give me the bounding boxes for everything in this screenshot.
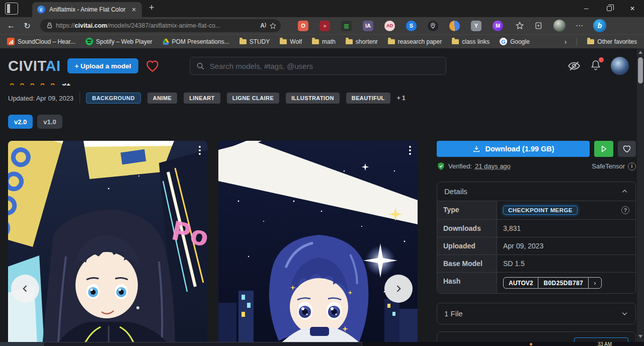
window-close-button[interactable]: ✕	[621, 0, 644, 17]
details-header[interactable]: Details	[437, 182, 635, 201]
extensions-row: O » ▥ IA AD S Y M	[298, 21, 503, 31]
heart-nav-icon[interactable]	[145, 59, 159, 72]
version-v1-button[interactable]: v1.0	[37, 115, 62, 129]
verified-label: Verified:	[448, 162, 472, 170]
user-avatar[interactable]	[611, 57, 629, 75]
files-panel[interactable]: 1 File	[437, 303, 636, 324]
favorite-model-button[interactable]	[618, 141, 636, 157]
adguard-extension-icon[interactable]: AD	[384, 21, 395, 31]
bookmark-spotify[interactable]: Spotify – Web Player	[86, 38, 152, 45]
bookmark-folder-study[interactable]: STUDY	[239, 38, 270, 45]
address-bar[interactable]: https://civitai.com/models/24387/aniflat…	[40, 19, 281, 32]
bookmark-folder-wolf[interactable]: Wolf	[280, 38, 302, 45]
tag-ligne-claire[interactable]: LIGNE CLAIRE	[227, 93, 279, 104]
checkpoint-merge-badge[interactable]: CHECKPOINT MERGE	[503, 206, 578, 215]
other-favorites[interactable]: Other favorites	[587, 38, 637, 45]
hide-content-eye-off-icon[interactable]	[568, 59, 581, 72]
window-restore-button[interactable]	[598, 0, 621, 17]
hash-value[interactable]: B0D25DB787	[538, 278, 588, 288]
google-icon: G	[500, 38, 507, 45]
bookmarks-overflow-chevron-icon[interactable]: ›	[565, 38, 567, 46]
hash-pill[interactable]: AUTOV2 B0D25DB787 ›	[503, 277, 602, 289]
bookmark-google[interactable]: GGoogle	[500, 38, 530, 45]
version-v2-button[interactable]: v2.0	[8, 115, 33, 129]
video-speed-extension-icon[interactable]: »	[319, 21, 330, 31]
tag-lineart[interactable]: LINEART	[184, 93, 220, 104]
scrollbar-up-arrow[interactable]	[638, 51, 642, 54]
tags-more[interactable]: + 1	[397, 95, 406, 102]
meta-divider	[79, 93, 80, 104]
bookmark-pom[interactable]: POM Presentations...	[163, 38, 229, 45]
favorites-star-icon[interactable]	[515, 21, 524, 30]
verified-time-link[interactable]: 21 days ago	[475, 162, 511, 170]
tag-illustration[interactable]: ILLUSTRATION	[286, 93, 340, 104]
run-model-button[interactable]	[594, 141, 613, 157]
restore-icon	[607, 6, 612, 11]
window-minimize-button[interactable]: ─	[575, 0, 598, 17]
tab-actions-icon[interactable]	[5, 3, 18, 15]
gallery-prev-arrow[interactable]	[11, 275, 39, 303]
back-button[interactable]: ←	[5, 21, 17, 30]
bing-sidebar-icon[interactable]: b	[593, 19, 606, 32]
taskbar-left-segment	[0, 342, 43, 346]
scrollbar-thumb[interactable]	[638, 57, 643, 83]
taskbar-clock: 33 AM	[598, 342, 612, 346]
browser-menu-icon[interactable]: ⋯	[576, 21, 583, 30]
civitai-logo[interactable]: CIVITAI	[8, 58, 60, 74]
download-button[interactable]: Download (1.99 GB)	[437, 141, 590, 157]
location-pin-extension-icon[interactable]	[428, 21, 438, 31]
format-label: SafeTensor	[592, 162, 625, 170]
read-aloud-icon[interactable]: A)	[260, 22, 266, 29]
refresh-button[interactable]: ↻	[21, 21, 33, 31]
help-question-icon[interactable]: ?	[621, 206, 629, 214]
verified-row: Verified: 21 days ago SafeTensor i	[437, 162, 636, 170]
civitai-header: CIVITAI + Upload a model	[0, 48, 644, 83]
onetab-extension-icon[interactable]: O	[298, 21, 308, 31]
bookmark-soundcloud[interactable]: SoundCloud – Hear...	[7, 38, 75, 45]
gallery-image-1[interactable]: Po	[8, 141, 207, 342]
bookmark-folder-classlinks[interactable]: class links	[452, 38, 490, 45]
bookmark-folder-shortenr[interactable]: shortenr	[346, 38, 378, 45]
bookmark-folder-math[interactable]: math	[312, 38, 336, 45]
shazam-extension-icon[interactable]: S	[406, 21, 417, 31]
monica-extension-icon[interactable]: M	[493, 21, 503, 31]
soundcloud-icon	[7, 38, 15, 45]
bookmark-folder-research[interactable]: reasearch paper	[388, 38, 442, 45]
tag-beautiful[interactable]: BEAUTIFUL	[346, 93, 390, 104]
collections-icon[interactable]	[534, 21, 543, 30]
notifications-bell[interactable]	[590, 59, 602, 73]
tag-anime[interactable]: ANIME	[147, 93, 177, 104]
chevron-down-icon[interactable]	[621, 310, 628, 317]
ia-extension-icon[interactable]: IA	[363, 21, 373, 31]
page-scrollbar[interactable]	[637, 48, 644, 342]
model-meta-row: Updated: Apr 09, 2023 BACKGROUND ANIME L…	[8, 93, 636, 104]
new-tab-button[interactable]: +	[149, 3, 154, 13]
tab-close-icon[interactable]: ✕	[130, 6, 138, 14]
image-1-options-menu-icon[interactable]	[199, 146, 201, 155]
neon-city-girl-image: Po	[8, 141, 207, 342]
tag-background[interactable]: BACKGROUND	[86, 93, 141, 104]
uploaded-value: Apr 09, 2023	[497, 237, 635, 254]
info-icon[interactable]: i	[628, 162, 636, 170]
add-favorite-star-icon[interactable]	[269, 22, 277, 30]
type-label: Type	[437, 201, 497, 219]
translate-globe-extension-icon[interactable]	[449, 21, 460, 31]
image-2-options-menu-icon[interactable]	[409, 146, 411, 155]
browser-tab[interactable]: c Aniflatmix - Anime Flat Color Sty ✕	[32, 2, 142, 17]
browser-profile-avatar[interactable]	[553, 20, 566, 32]
add-review-button[interactable]: Add Review	[574, 337, 628, 342]
tampermonkey-extension-icon[interactable]: ▥	[341, 21, 352, 31]
chevron-up-icon[interactable]	[621, 188, 628, 195]
search-input[interactable]	[210, 62, 440, 70]
y-extension-icon[interactable]: Y	[471, 21, 481, 31]
upload-model-button[interactable]: + Upload a model	[67, 58, 138, 73]
base-model-value: SD 1.5	[497, 255, 635, 272]
search-bar[interactable]	[190, 57, 446, 75]
folder-icon	[239, 39, 247, 44]
windows-taskbar-sliver: 33 AM	[0, 342, 644, 346]
gallery-next-arrow[interactable]	[384, 275, 413, 303]
scrollbar-down-arrow[interactable]	[638, 335, 642, 338]
gallery-image-2[interactable]	[218, 141, 418, 342]
hash-chevron-icon[interactable]: ›	[588, 278, 601, 288]
browser-titlebar: c Aniflatmix - Anime Flat Color Sty ✕ + …	[0, 0, 644, 17]
